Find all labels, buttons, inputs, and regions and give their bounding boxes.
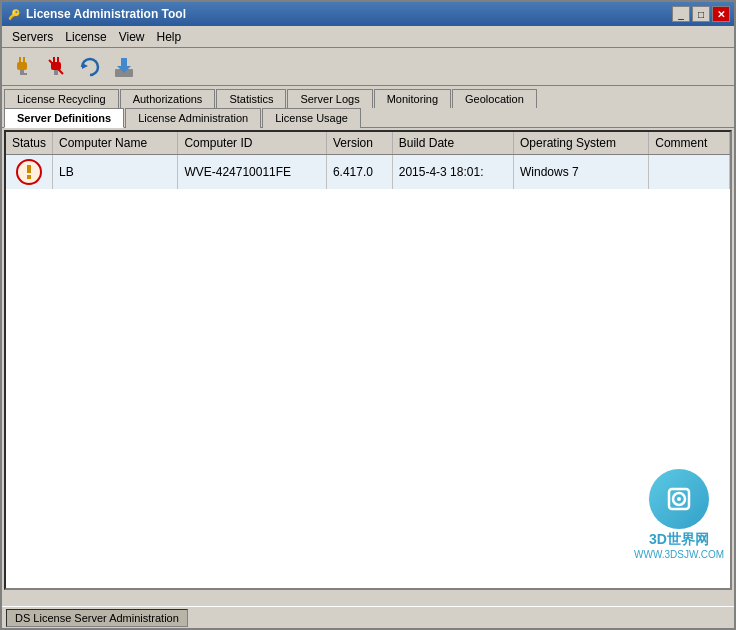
menu-view[interactable]: View bbox=[113, 28, 151, 46]
status-error-icon bbox=[16, 159, 42, 185]
table-header-row: Status Computer Name Computer ID Version… bbox=[6, 132, 730, 155]
col-comment: Comment bbox=[649, 132, 730, 155]
svg-marker-10 bbox=[82, 63, 88, 69]
tab-license-recycling[interactable]: License Recycling bbox=[4, 89, 119, 108]
table-row[interactable]: LB WVE-424710011FE 6.417.0 2015-4-3 18:0… bbox=[6, 155, 730, 190]
maximize-button[interactable]: □ bbox=[692, 6, 710, 22]
window-controls: _ □ ✕ bbox=[672, 6, 730, 22]
watermark-url: WWW.3DSJW.COM bbox=[634, 549, 724, 560]
refresh-button[interactable] bbox=[74, 51, 106, 83]
toolbar bbox=[2, 48, 734, 86]
col-computer-name: Computer Name bbox=[53, 132, 178, 155]
svg-rect-6 bbox=[57, 57, 59, 62]
svg-rect-0 bbox=[19, 57, 21, 62]
col-status: Status bbox=[6, 132, 53, 155]
cell-os: Windows 7 bbox=[513, 155, 648, 190]
minimize-button[interactable]: _ bbox=[672, 6, 690, 22]
export-button[interactable] bbox=[108, 51, 140, 83]
plug-button[interactable] bbox=[6, 51, 38, 83]
server-table: Status Computer Name Computer ID Version… bbox=[6, 132, 730, 189]
title-bar: 🔑 License Administration Tool _ □ ✕ bbox=[2, 2, 734, 26]
cell-version: 6.417.0 bbox=[326, 155, 392, 190]
tab-geolocation[interactable]: Geolocation bbox=[452, 89, 537, 108]
app-icon: 🔑 bbox=[6, 6, 22, 22]
tab-authorizations[interactable]: Authorizations bbox=[120, 89, 216, 108]
svg-rect-8 bbox=[54, 70, 58, 75]
taskbar: DS License Server Administration bbox=[2, 606, 734, 628]
tab-statistics[interactable]: Statistics bbox=[216, 89, 286, 108]
window-frame: 🔑 License Administration Tool _ □ ✕ Serv… bbox=[0, 0, 736, 630]
svg-rect-15 bbox=[27, 175, 31, 179]
col-version: Version bbox=[326, 132, 392, 155]
tab-server-definitions[interactable]: Server Definitions bbox=[4, 108, 124, 128]
svg-point-18 bbox=[677, 497, 681, 501]
cell-status bbox=[6, 155, 53, 190]
svg-rect-1 bbox=[23, 57, 25, 62]
tab-server-logs[interactable]: Server Logs bbox=[287, 89, 372, 108]
menu-servers[interactable]: Servers bbox=[6, 28, 59, 46]
close-button[interactable]: ✕ bbox=[712, 6, 730, 22]
watermark-logo: 3D世界网 WWW.3DSJW.COM bbox=[634, 469, 724, 560]
cell-computer-name: LB bbox=[53, 155, 178, 190]
main-content: Status Computer Name Computer ID Version… bbox=[4, 130, 732, 590]
unplug-button[interactable] bbox=[40, 51, 72, 83]
svg-rect-2 bbox=[17, 62, 27, 70]
svg-rect-5 bbox=[53, 57, 55, 62]
watermark: 3D世界网 WWW.3DSJW.COM bbox=[634, 469, 724, 560]
tabs-row2: Server Definitions License Administratio… bbox=[2, 107, 734, 127]
svg-rect-14 bbox=[27, 165, 31, 173]
svg-rect-4 bbox=[21, 73, 27, 75]
col-build-date: Build Date bbox=[392, 132, 513, 155]
cell-comment bbox=[649, 155, 730, 190]
col-os: Operating System bbox=[513, 132, 648, 155]
tab-license-administration[interactable]: License Administration bbox=[125, 108, 261, 128]
tab-license-usage[interactable]: License Usage bbox=[262, 108, 361, 128]
col-computer-id: Computer ID bbox=[178, 132, 327, 155]
window-title: License Administration Tool bbox=[26, 7, 668, 21]
watermark-brand: 3D世界网 bbox=[649, 531, 709, 549]
taskbar-item-license-admin[interactable]: DS License Server Administration bbox=[6, 609, 188, 627]
menu-license[interactable]: License bbox=[59, 28, 112, 46]
tabs-container: License Recycling Authorizations Statist… bbox=[2, 86, 734, 128]
tabs-row1: License Recycling Authorizations Statist… bbox=[2, 86, 734, 107]
tab-monitoring[interactable]: Monitoring bbox=[374, 89, 451, 108]
cell-computer-id: WVE-424710011FE bbox=[178, 155, 327, 190]
cell-build-date: 2015-4-3 18:01: bbox=[392, 155, 513, 190]
menu-bar: Servers License View Help bbox=[2, 26, 734, 48]
watermark-circle bbox=[649, 469, 709, 529]
menu-help[interactable]: Help bbox=[151, 28, 188, 46]
